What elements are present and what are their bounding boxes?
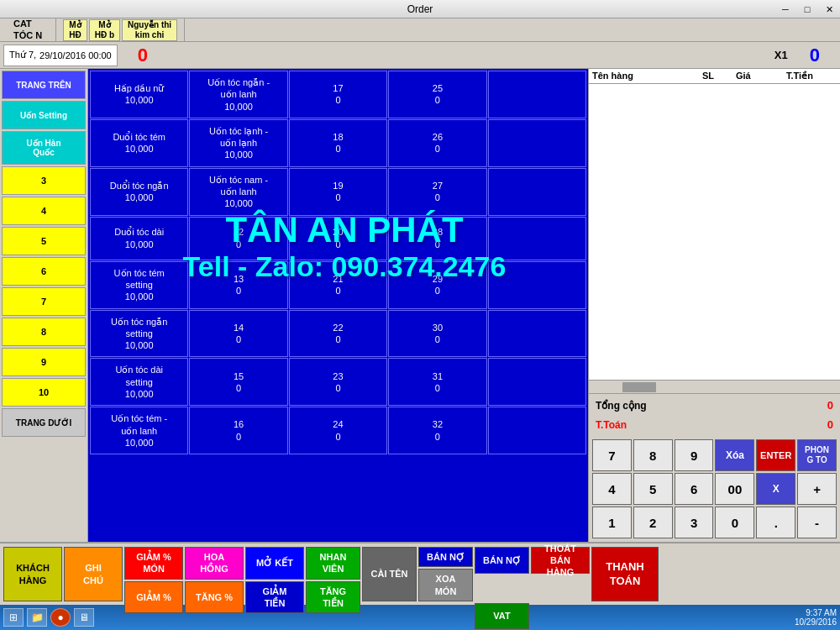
ban-no-button[interactable]: BÁN NỢ xyxy=(418,547,473,567)
sidebar-8[interactable]: 8 xyxy=(2,318,86,346)
product-cell[interactable]: 310 xyxy=(388,358,486,406)
product-cell[interactable]: 190 xyxy=(289,168,387,216)
product-cell[interactable]: 250 xyxy=(388,71,486,118)
product-cell[interactable]: 150 xyxy=(189,358,287,406)
product-cell[interactable]: Uốn tóc ngắn -uốn lanh10,000 xyxy=(189,71,287,118)
thanh-toan-button[interactable]: THANHTOÁN xyxy=(591,547,659,601)
sidebar-uon-han-quoc[interactable]: Uốn HànQuốc xyxy=(2,131,86,165)
xoa-mon-button[interactable]: XOAMÓN xyxy=(418,569,473,601)
sidebar-10[interactable]: 10 xyxy=(2,378,86,407)
product-cell[interactable]: Duổi tóc dài10,000 xyxy=(90,217,188,260)
product-cell[interactable]: 120 xyxy=(189,217,287,260)
minimize-button[interactable]: ─ xyxy=(774,0,796,18)
sidebar-trang-tren[interactable]: TRANG TRÊN xyxy=(2,71,86,99)
num-3[interactable]: 3 xyxy=(675,507,714,538)
order-scrollbar[interactable] xyxy=(589,380,840,393)
product-cell[interactable]: 140 xyxy=(189,310,287,358)
product-cell[interactable]: 180 xyxy=(289,119,387,167)
product-cell[interactable]: 300 xyxy=(388,310,486,358)
enter-button[interactable]: ENTER xyxy=(756,439,795,471)
taskbar-explorer[interactable]: 📁 xyxy=(27,608,47,627)
product-cell[interactable] xyxy=(488,407,586,454)
product-cell[interactable]: Duổi tóc tém10,000 xyxy=(90,119,188,167)
product-cell[interactable]: 170 xyxy=(289,71,387,118)
product-cell[interactable]: 220 xyxy=(289,310,387,358)
khach-hang-button[interactable]: KHÁCHHÀNG xyxy=(3,547,62,601)
num-2[interactable]: 2 xyxy=(633,507,673,538)
num-6[interactable]: 6 xyxy=(675,473,714,505)
maximize-button[interactable]: □ xyxy=(796,0,818,18)
sidebar-uon-setting[interactable]: Uốn Setting xyxy=(2,101,86,129)
sidebar-3[interactable]: 3 xyxy=(2,166,86,195)
product-cell[interactable]: Uốn tóc nam -uốn lanh10,000 xyxy=(189,168,287,216)
product-cell[interactable]: Hấp dầu nữ10,000 xyxy=(90,71,188,118)
product-cell[interactable]: Uốn tóc dàisetting10,000 xyxy=(90,358,188,406)
sidebar-5[interactable]: 5 xyxy=(2,227,86,255)
product-cell[interactable]: Uốn tóc ngắnsetting10,000 xyxy=(90,310,188,358)
user-button[interactable]: Nguyễn thikim chi xyxy=(122,19,177,41)
product-cell[interactable] xyxy=(488,217,586,260)
dot-button[interactable]: . xyxy=(756,507,795,538)
mo-hd-b-button[interactable]: MởHĐ b xyxy=(89,19,120,41)
product-cell[interactable] xyxy=(488,168,586,216)
product-cell[interactable] xyxy=(488,71,586,118)
sidebar-4[interactable]: 4 xyxy=(2,197,86,225)
product-cell[interactable]: Uốn tóc témsetting10,000 xyxy=(90,261,188,309)
product-cell[interactable] xyxy=(488,358,586,406)
product-cell[interactable]: 320 xyxy=(388,407,486,454)
nhan-vien-button[interactable]: NHANVIÊN xyxy=(306,547,360,580)
ghi-chu-button[interactable]: GHICHÚ xyxy=(64,547,123,601)
sidebar-9[interactable]: 9 xyxy=(2,348,86,376)
tang-phan-tram-button[interactable]: TĂNG % xyxy=(185,581,244,614)
cai-ten-button[interactable]: CÀI TÊN xyxy=(362,547,417,601)
num-1[interactable]: 1 xyxy=(592,507,632,538)
giam-phan-tram-button[interactable]: GIẢM % xyxy=(124,581,183,614)
num-00[interactable]: 00 xyxy=(715,473,754,505)
xoa-button[interactable]: Xóa xyxy=(715,439,754,471)
x-button[interactable]: X xyxy=(756,473,795,505)
close-button[interactable]: ✕ xyxy=(818,0,840,18)
giam-tien-button[interactable]: GIẢMTIỀN xyxy=(245,581,304,614)
hoa-hong-button[interactable]: HOAHỒNG xyxy=(185,547,244,580)
product-cell[interactable]: Uốn tóc lạnh -uốn lạnh10,000 xyxy=(189,119,287,167)
num-9[interactable]: 9 xyxy=(675,439,714,471)
tang-tien-button[interactable]: TĂNGTIỀN xyxy=(306,581,360,614)
num-4[interactable]: 4 xyxy=(592,473,632,505)
product-cell[interactable]: 200 xyxy=(289,217,387,260)
taskbar-chrome[interactable]: ● xyxy=(50,608,71,627)
start-button[interactable]: ⊞ xyxy=(3,608,24,627)
product-cell[interactable]: 160 xyxy=(189,407,287,454)
product-cell[interactable]: Uốn tóc tém -uốn lanh10,000 xyxy=(90,407,188,454)
product-cell[interactable] xyxy=(488,119,586,167)
num-0[interactable]: 0 xyxy=(715,507,754,538)
mo-ket-button[interactable]: MỞ KẾT xyxy=(245,547,304,580)
thoat-ban-hang-button[interactable]: THOÁTBÁNHÀNG xyxy=(531,547,590,574)
date-display: 10/29/2016 xyxy=(795,617,837,627)
product-cell[interactable]: 280 xyxy=(388,217,486,260)
product-cell[interactable] xyxy=(488,310,586,358)
sidebar-trang-duoi[interactable]: TRANG DƯỚI xyxy=(2,408,86,437)
vat-button[interactable]: VAT xyxy=(475,603,529,629)
taskbar-app1[interactable]: 🖥 xyxy=(74,608,94,627)
plus-button[interactable]: + xyxy=(797,473,837,505)
sidebar-7[interactable]: 7 xyxy=(2,287,86,316)
minus-button[interactable]: - xyxy=(797,507,837,538)
sidebar-6[interactable]: 6 xyxy=(2,257,86,286)
product-cell[interactable]: 210 xyxy=(289,261,387,309)
product-cell[interactable]: 260 xyxy=(388,119,486,167)
product-cell[interactable]: 130 xyxy=(189,261,287,309)
product-cell[interactable]: 290 xyxy=(388,261,486,309)
product-cell[interactable]: Duổi tóc ngắn10,000 xyxy=(90,168,188,216)
product-cell[interactable]: 270 xyxy=(388,168,486,216)
num-5[interactable]: 5 xyxy=(633,473,673,505)
num-8[interactable]: 8 xyxy=(633,439,673,471)
num-7[interactable]: 7 xyxy=(592,439,632,471)
product-cell[interactable] xyxy=(488,261,586,309)
giam-mon-button[interactable]: GIẢM %MÓN xyxy=(124,547,183,580)
right-panel: Tên hàng SL Giá T.Tiền Tổng cộng 0 T.Toá… xyxy=(588,69,840,542)
product-cell[interactable]: 240 xyxy=(289,407,387,454)
mo-hd-button[interactable]: MởHĐ xyxy=(63,19,87,41)
phong-to-button[interactable]: PHONG TO xyxy=(797,439,837,471)
ban-no-2-button[interactable]: BÁN NỢ xyxy=(475,547,529,574)
product-cell[interactable]: 230 xyxy=(289,358,387,406)
